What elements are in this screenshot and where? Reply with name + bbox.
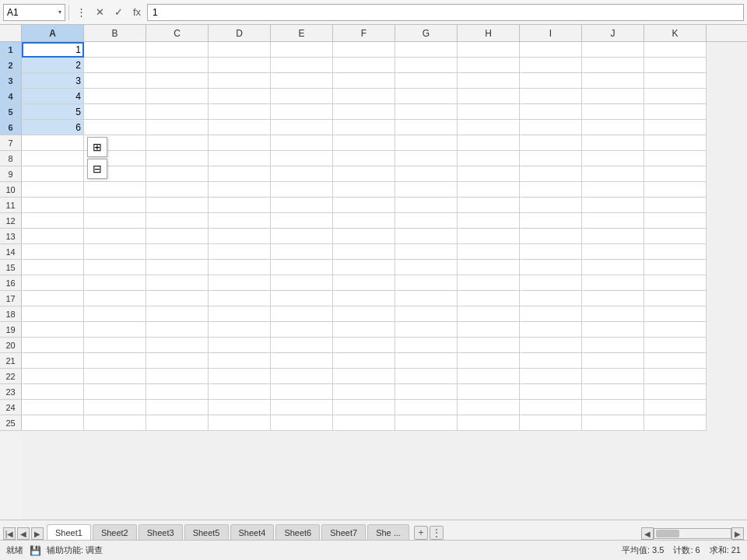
cell-B5[interactable] [84,104,146,120]
cell-I25[interactable] [520,415,582,431]
formula-input[interactable] [147,4,744,21]
cell-D8[interactable] [209,151,271,166]
cell-E20[interactable] [271,338,333,353]
cell-E16[interactable] [271,275,333,291]
cell-I20[interactable] [520,338,582,353]
cell-A21[interactable] [22,353,84,369]
cell-K17[interactable] [644,291,707,306]
cell-B23[interactable] [84,384,146,400]
col-header-D[interactable]: D [209,25,271,41]
cell-C24[interactable] [146,400,209,415]
scroll-right-button[interactable]: ▶ [731,527,744,540]
cell-G9[interactable] [395,166,458,182]
cell-F20[interactable] [333,338,395,353]
cell-B4[interactable] [84,89,146,104]
cell-C13[interactable] [146,229,209,244]
cell-A17[interactable] [22,291,84,306]
cell-K8[interactable] [644,151,707,166]
cell-G15[interactable] [395,260,458,275]
cell-H23[interactable] [458,384,520,400]
cell-J19[interactable] [582,322,644,338]
cell-A11[interactable] [22,198,84,213]
cell-A18[interactable] [22,306,84,322]
cell-J20[interactable] [582,338,644,353]
sheet-tab-Sheet2[interactable]: Sheet2 [93,524,137,540]
cell-J23[interactable] [582,384,644,400]
cell-B17[interactable] [84,291,146,306]
cell-J3[interactable] [582,73,644,89]
cell-I6[interactable] [520,120,582,135]
cell-K14[interactable] [644,244,707,260]
cell-K16[interactable] [644,275,707,291]
cell-G7[interactable] [395,135,458,151]
cell-G5[interactable] [395,104,458,120]
cell-E5[interactable] [271,104,333,120]
cell-C22[interactable] [146,369,209,384]
cell-B1[interactable] [84,42,146,58]
cell-E18[interactable] [271,306,333,322]
cell-E11[interactable] [271,198,333,213]
cell-G14[interactable] [395,244,458,260]
cell-E23[interactable] [271,384,333,400]
col-header-K[interactable]: K [644,25,707,41]
cell-G3[interactable] [395,73,458,89]
cell-A7[interactable] [22,135,84,151]
cell-A16[interactable] [22,275,84,291]
row-num-3[interactable]: 3 [0,73,22,89]
confirm-button[interactable]: ✓ [110,4,127,21]
cell-B24[interactable] [84,400,146,415]
cell-K24[interactable] [644,400,707,415]
cell-C20[interactable] [146,338,209,353]
cell-F7[interactable] [333,135,395,151]
cell-A13[interactable] [22,229,84,244]
cell-E25[interactable] [271,415,333,431]
col-header-F[interactable]: F [333,25,395,41]
cell-F5[interactable] [333,104,395,120]
row-num-14[interactable]: 14 [0,244,22,260]
cell-C11[interactable] [146,198,209,213]
cell-K7[interactable] [644,135,707,151]
cell-H21[interactable] [458,353,520,369]
cell-B22[interactable] [84,369,146,384]
row-num-22[interactable]: 22 [0,369,22,384]
cell-F22[interactable] [333,369,395,384]
cell-A22[interactable] [22,369,84,384]
cell-A12[interactable] [22,213,84,229]
cell-A10[interactable] [22,182,84,198]
cell-E2[interactable] [271,58,333,73]
cell-C3[interactable] [146,73,209,89]
cell-D11[interactable] [209,198,271,213]
cell-J4[interactable] [582,89,644,104]
add-sheet-button[interactable]: + [414,526,428,540]
cell-K2[interactable] [644,58,707,73]
cell-A3[interactable]: 3 [22,73,84,89]
col-header-A[interactable]: A [22,25,84,41]
cell-F8[interactable] [333,151,395,166]
cell-G13[interactable] [395,229,458,244]
cell-B6[interactable] [84,120,146,135]
col-header-C[interactable]: C [146,25,209,41]
cell-D16[interactable] [209,275,271,291]
col-header-E[interactable]: E [271,25,333,41]
cell-I21[interactable] [520,353,582,369]
row-num-8[interactable]: 8 [0,151,22,166]
cell-A15[interactable] [22,260,84,275]
cell-D9[interactable] [209,166,271,182]
cell-E13[interactable] [271,229,333,244]
cell-F3[interactable] [333,73,395,89]
cell-B3[interactable] [84,73,146,89]
cancel-button[interactable]: ✕ [91,4,108,21]
sheet-tab-Sheet4[interactable]: Sheet4 [230,524,275,540]
cell-I4[interactable] [520,89,582,104]
cell-F15[interactable] [333,260,395,275]
cell-A9[interactable] [22,166,84,182]
cell-H13[interactable] [458,229,520,244]
row-num-18[interactable]: 18 [0,306,22,322]
cell-I7[interactable] [520,135,582,151]
cell-E19[interactable] [271,322,333,338]
row-num-13[interactable]: 13 [0,229,22,244]
row-num-2[interactable]: 2 [0,58,22,73]
cell-J10[interactable] [582,182,644,198]
paste-options-button2[interactable]: ⊟ [87,159,107,179]
tab-menu-button[interactable]: ⋮ [430,526,444,540]
